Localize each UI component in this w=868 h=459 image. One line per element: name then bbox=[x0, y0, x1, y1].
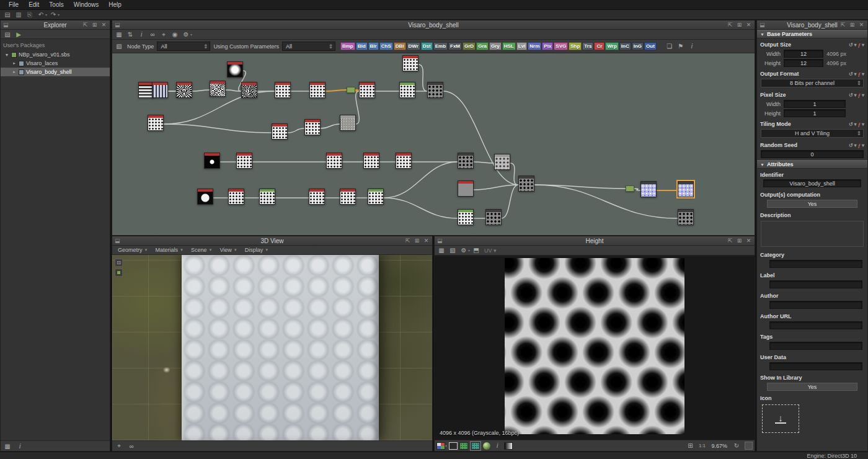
material-ball-icon[interactable] bbox=[483, 442, 490, 450]
param-function-icons[interactable]: ↺▾ƒ▾ bbox=[849, 42, 864, 48]
graph-node-25[interactable] bbox=[259, 189, 275, 205]
filter-cr[interactable]: Cr bbox=[594, 42, 604, 50]
explorer-view-icon[interactable]: ▤ bbox=[2, 30, 12, 38]
image-icon[interactable]: ⬒ bbox=[471, 246, 481, 255]
focus-icon[interactable]: ◉ bbox=[170, 30, 180, 39]
texture-a-icon[interactable] bbox=[459, 442, 468, 450]
filter-fxm[interactable]: FxM bbox=[448, 42, 462, 50]
menu-help[interactable]: Help bbox=[104, 0, 126, 10]
graph-close-icon[interactable]: ✕ bbox=[745, 22, 752, 28]
settings-dropdown-icon[interactable]: ▾ bbox=[190, 32, 192, 37]
graph-node-32[interactable] bbox=[485, 209, 502, 225]
graph-node-3[interactable] bbox=[210, 81, 226, 97]
link-icon[interactable]: ∞ bbox=[148, 30, 157, 39]
graph-wire[interactable] bbox=[474, 185, 518, 190]
graph-node-16[interactable] bbox=[204, 153, 220, 169]
target-icon[interactable]: ⌖ bbox=[114, 442, 124, 450]
param-function-icons[interactable]: ↺▾ƒ▾ bbox=[849, 122, 864, 127]
graph-dock-icon[interactable]: ⇱ bbox=[727, 22, 733, 28]
graph-wire[interactable] bbox=[384, 162, 458, 198]
fit-view-icon[interactable]: ⊞ bbox=[685, 442, 695, 450]
filter-pix[interactable]: Pix bbox=[542, 42, 553, 50]
channels-icon[interactable] bbox=[436, 442, 445, 450]
center-icon[interactable]: ⌖ bbox=[159, 30, 169, 39]
tree-item-nbp_visaro_v01.sbs[interactable]: ▼NBp_visaro_v01.sbs bbox=[1, 50, 110, 59]
filter-shp[interactable]: Shp bbox=[569, 42, 582, 50]
background-icon[interactable]: ▧ bbox=[448, 246, 458, 255]
undo-dropdown-icon[interactable]: ▾ bbox=[45, 12, 47, 17]
view2d-settings-dropdown-icon[interactable]: ▾ bbox=[468, 248, 470, 252]
output-format-dropdown[interactable]: 8 Bits per channel⇕ bbox=[761, 79, 864, 87]
filter-blr[interactable]: Blr bbox=[368, 42, 379, 50]
graph-node-6[interactable] bbox=[275, 82, 291, 98]
info-icon[interactable]: i bbox=[136, 30, 146, 39]
graph-node-34[interactable] bbox=[678, 181, 694, 197]
filter-wrp[interactable]: Wrp bbox=[605, 42, 618, 50]
texture-b-active[interactable] bbox=[470, 441, 481, 451]
material-slot-icon[interactable] bbox=[115, 269, 123, 277]
graph-node-37[interactable] bbox=[626, 185, 634, 192]
author-url-input[interactable] bbox=[769, 321, 862, 329]
section-base-parameters[interactable]: ▼ Base Parameters bbox=[757, 30, 867, 38]
menu-tools[interactable]: Tools bbox=[44, 0, 68, 10]
filter-grd[interactable]: GrD bbox=[463, 42, 476, 50]
graph-wire[interactable] bbox=[502, 185, 518, 218]
graph-node-35[interactable] bbox=[678, 209, 694, 225]
user-data-input[interactable] bbox=[769, 362, 862, 370]
graph-node-26[interactable] bbox=[309, 189, 325, 205]
pixel-height-input[interactable]: 1 bbox=[784, 109, 846, 117]
tree-expand-icon[interactable]: ▼ bbox=[4, 53, 9, 57]
frame-icon[interactable]: ⚑ bbox=[676, 42, 686, 51]
filter-chs[interactable]: ChS bbox=[379, 42, 393, 50]
close-icon[interactable]: ✕ bbox=[100, 22, 107, 28]
graph-node-20[interactable] bbox=[396, 153, 412, 169]
explorer-info-icon[interactable]: i bbox=[15, 442, 25, 450]
graph-node-22[interactable] bbox=[494, 154, 510, 170]
view3d-canvas[interactable]: ⊡ bbox=[112, 255, 432, 440]
graph-node-28[interactable] bbox=[368, 189, 384, 205]
graph-wire[interactable] bbox=[164, 124, 272, 133]
show-in-library-button[interactable]: Yes bbox=[767, 383, 857, 391]
view3d-float-icon[interactable]: ⊞ bbox=[414, 238, 420, 244]
filter-gry[interactable]: Gry bbox=[489, 42, 502, 50]
explorer-grid-icon[interactable]: ▦ bbox=[2, 442, 12, 450]
redo-icon[interactable]: ↷ bbox=[48, 11, 58, 19]
graph-wire[interactable] bbox=[443, 91, 518, 185]
reset-camera-icon[interactable]: ⊡ bbox=[115, 259, 123, 267]
filter-dwr[interactable]: DWr bbox=[407, 42, 420, 50]
graph-node-8[interactable] bbox=[359, 82, 375, 98]
align-icon[interactable]: ⇅ bbox=[125, 30, 135, 39]
graph-canvas[interactable] bbox=[112, 53, 755, 235]
menu-file[interactable]: File bbox=[4, 0, 24, 10]
filter-ing[interactable]: InG bbox=[632, 42, 644, 50]
save-icon[interactable]: ⎘ bbox=[25, 11, 35, 19]
description-input[interactable] bbox=[761, 221, 864, 247]
view3d-menu-scene[interactable]: Scene▼ bbox=[188, 247, 215, 253]
filter-hsl[interactable]: HSL bbox=[502, 42, 516, 50]
filter-emb[interactable]: Emb bbox=[433, 42, 448, 50]
filter-out[interactable]: Out bbox=[644, 42, 657, 50]
graph-node-12[interactable] bbox=[148, 115, 164, 131]
props-float-icon[interactable]: ⊞ bbox=[849, 22, 856, 28]
custom-params-dropdown[interactable]: All⇕ bbox=[282, 42, 335, 51]
panel-grip[interactable] bbox=[745, 442, 753, 450]
filter-lvl[interactable]: Lvl bbox=[516, 42, 528, 50]
graph-node-33[interactable] bbox=[640, 181, 657, 197]
menu-windows[interactable]: Windows bbox=[69, 0, 104, 10]
category-input[interactable] bbox=[769, 260, 862, 268]
param-function-icons[interactable]: ↺▾ƒ▾ bbox=[849, 71, 864, 77]
graph-node-13[interactable] bbox=[272, 123, 288, 140]
tiling-mode-dropdown[interactable]: H and V Tiling⇕ bbox=[761, 129, 864, 138]
icon-drop-zone[interactable]: ↓ bbox=[762, 404, 799, 433]
graph-node-18[interactable] bbox=[326, 153, 342, 169]
channels-dropdown-icon[interactable]: ▾ bbox=[445, 443, 447, 448]
random-seed-input[interactable]: 0 bbox=[761, 150, 864, 158]
graph-node-31[interactable] bbox=[458, 209, 474, 225]
graph-wire[interactable] bbox=[321, 124, 340, 128]
filter-dbl[interactable]: DBl bbox=[394, 42, 406, 50]
filter-svg[interactable]: SVG bbox=[554, 42, 568, 50]
outputs-computation-button[interactable]: Yes bbox=[767, 200, 857, 208]
label-input[interactable] bbox=[769, 280, 862, 288]
graph-node-7[interactable] bbox=[309, 82, 326, 98]
gradient-icon[interactable] bbox=[504, 442, 513, 450]
